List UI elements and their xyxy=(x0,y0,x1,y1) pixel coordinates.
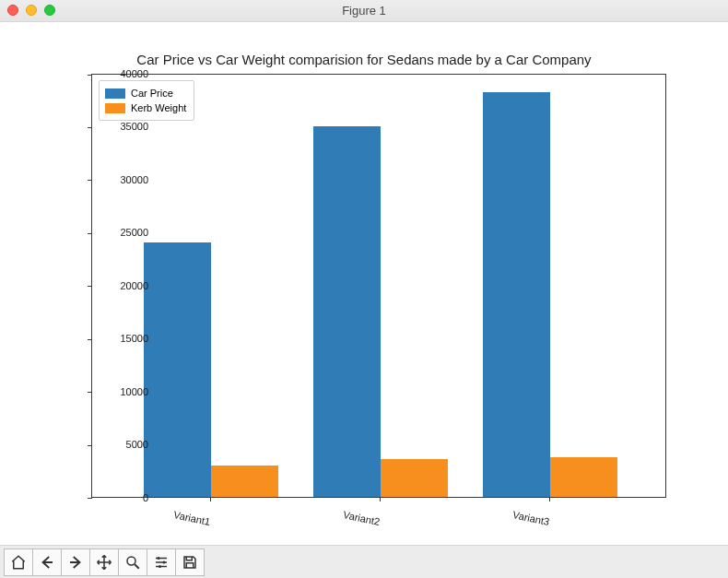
bar-price-variant1 xyxy=(144,242,211,497)
bar-weight-variant3 xyxy=(550,457,617,497)
sliders-icon xyxy=(153,554,170,571)
ytick-4: 20000 xyxy=(93,280,148,291)
ytick-8: 40000 xyxy=(93,68,148,79)
ytick-1: 5000 xyxy=(93,439,148,450)
window-title: Figure 1 xyxy=(0,4,728,18)
legend-label-price: Car Price xyxy=(131,88,173,99)
bar-price-variant2 xyxy=(313,126,381,498)
svg-point-1 xyxy=(158,557,160,560)
move-icon xyxy=(96,554,112,571)
legend: Car Price Kerb Weight xyxy=(99,80,194,121)
svg-point-3 xyxy=(159,565,161,568)
arrow-left-icon xyxy=(39,554,55,571)
bar-price-variant3 xyxy=(483,92,550,497)
ytick-2: 10000 xyxy=(93,386,148,397)
close-icon[interactable] xyxy=(7,5,18,16)
legend-label-weight: Kerb Weight xyxy=(131,102,186,113)
magnifier-icon xyxy=(124,554,141,571)
legend-swatch-weight xyxy=(105,103,125,113)
minimize-icon[interactable] xyxy=(26,5,37,16)
bar-weight-variant1 xyxy=(211,466,278,498)
bar-weight-variant2 xyxy=(381,459,448,497)
home-button[interactable] xyxy=(4,549,33,576)
chart-title: Car Price vs Car Weight comparision for … xyxy=(0,52,728,67)
ytick-5: 25000 xyxy=(93,227,148,238)
maximize-icon[interactable] xyxy=(44,5,55,16)
svg-point-2 xyxy=(163,560,166,563)
ytick-7: 35000 xyxy=(93,121,148,132)
matplotlib-toolbar xyxy=(0,545,728,578)
figure-canvas: Car Price vs Car Weight comparision for … xyxy=(0,22,728,545)
titlebar: Figure 1 xyxy=(0,0,728,22)
configure-button[interactable] xyxy=(147,549,176,576)
xtick-0: Variant1 xyxy=(172,509,211,527)
ytick-0: 0 xyxy=(93,492,148,503)
back-button[interactable] xyxy=(32,549,62,576)
legend-item-price: Car Price xyxy=(105,86,186,100)
legend-item-weight: Kerb Weight xyxy=(105,100,186,115)
pan-button[interactable] xyxy=(89,549,119,576)
xtick-2: Variant3 xyxy=(511,509,550,527)
window-controls xyxy=(7,5,55,16)
forward-button[interactable] xyxy=(61,549,90,576)
svg-point-0 xyxy=(127,557,135,565)
figure-window: Figure 1 Car Price vs Car Weight compari… xyxy=(0,0,728,578)
plot-axes: Car Price Kerb Weight xyxy=(91,74,666,498)
ytick-6: 30000 xyxy=(93,174,148,185)
ytick-3: 15000 xyxy=(93,333,148,344)
home-icon xyxy=(10,554,27,571)
save-icon xyxy=(182,554,198,571)
xtick-1: Variant2 xyxy=(342,509,381,527)
legend-swatch-price xyxy=(105,88,125,99)
arrow-right-icon xyxy=(67,554,84,571)
save-button[interactable] xyxy=(175,549,205,576)
zoom-button[interactable] xyxy=(118,549,147,576)
